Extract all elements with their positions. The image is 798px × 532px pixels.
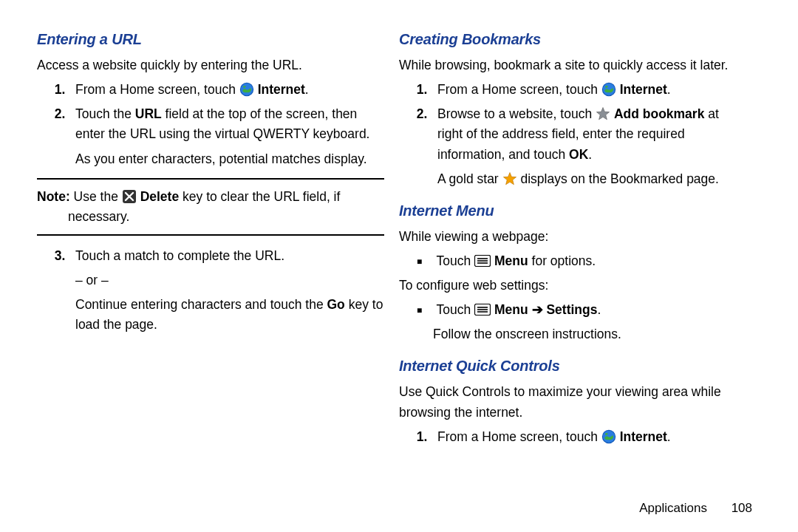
menu-label: Menu [494,302,528,317]
text: . [667,429,671,444]
menu-bullet-2: Touch Menu ➔ Settings. Follow the onscre… [433,300,746,344]
bookmark-step-1: From a Home screen, touch Internet. [434,80,746,100]
text: Use the [70,189,122,204]
bookmark-step2-sub: A gold star displays on the Bookmarked p… [437,169,746,189]
url-step-2: Touch the URL field at the top of the sc… [72,104,384,168]
heading-entering-url: Entering a URL [37,28,384,51]
quick-controls-steps: From a Home screen, touch Internet. [399,427,746,447]
star-gold-icon [502,171,517,186]
internet-label: Internet [620,429,667,444]
internet-label: Internet [258,82,305,97]
menu-bullets-1: Touch Menu for options. [399,251,746,271]
heading-quick-controls: Internet Quick Controls [399,355,746,378]
menu-icon [474,255,491,267]
internet-icon [239,82,254,97]
url-steps: From a Home screen, touch Internet. Touc… [37,80,384,169]
page-footer: Applications 108 [639,501,752,516]
arrow: ➔ [528,302,547,317]
text: Touch [437,253,475,268]
quick-controls-step-1: From a Home screen, touch Internet. [434,427,746,447]
left-column: Entering a URL Access a website quickly … [37,28,399,517]
text: . [305,82,309,97]
manual-page: Entering a URL Access a website quickly … [0,0,798,532]
text: From a Home screen, touch [75,82,239,97]
internet-label: Internet [620,82,667,97]
star-grey-icon [596,106,610,121]
step2-sub: As you enter characters, potential match… [75,149,384,169]
menu-bullet-2-sub: Follow the onscreen instructions. [433,324,746,344]
ok-label: OK [569,147,588,162]
bookmarks-intro: While browsing, bookmark a site to quick… [399,55,746,75]
menu-icon [474,304,491,316]
url-intro: Access a website quickly by entering the… [37,55,384,75]
go-label: Go [327,297,345,312]
text: Browse to a website, touch [437,106,596,121]
quick-controls-intro: Use Quick Controls to maximize your view… [399,382,746,422]
page-number: 108 [732,501,752,515]
url-label: URL [135,106,162,121]
text: . [588,147,592,162]
right-column: Creating Bookmarks While browsing, bookm… [399,28,761,517]
heading-internet-menu: Internet Menu [399,200,746,222]
text: displays on the Bookmarked page. [517,171,719,186]
or-divider: – or – [75,270,384,290]
bookmark-steps: From a Home screen, touch Internet. Brow… [399,80,746,189]
text: Touch [437,302,475,317]
text: Touch the [75,106,135,121]
url-step-3: Touch a match to complete the URL. – or … [72,246,384,335]
url-steps-cont: Touch a match to complete the URL. – or … [37,246,384,335]
footer-section: Applications [639,501,707,515]
menu-bullets-2: Touch Menu ➔ Settings. Follow the onscre… [399,300,746,344]
note-block: Note: Use the Delete key to clear the UR… [37,178,384,236]
bookmark-step-2: Browse to a website, touch Add bookmark … [434,104,746,189]
internet-icon [601,82,616,97]
text: From a Home screen, touch [437,429,601,444]
text: . [667,82,671,97]
step3-cont: Continue entering characters and touch t… [75,295,384,335]
text: Touch a match to complete the URL. [75,248,284,263]
url-step-1: From a Home screen, touch Internet. [72,80,384,100]
menu-label: Menu [494,253,528,268]
delete-icon [122,189,137,204]
delete-label: Delete [140,189,180,204]
internet-icon [601,429,616,444]
heading-creating-bookmarks: Creating Bookmarks [399,28,746,51]
text: Continue entering characters and touch t… [75,297,327,312]
settings-label: Settings [546,302,597,317]
menu-intro: While viewing a webpage: [399,227,746,247]
menu-bullet-1: Touch Menu for options. [433,251,746,271]
text: A gold star [437,171,502,186]
note-lead: Note: [37,189,70,204]
add-bookmark-label: Add bookmark [614,106,705,121]
text: From a Home screen, touch [437,82,601,97]
menu-config-intro: To configure web settings: [399,276,746,296]
text: . [597,302,601,317]
text: for options. [528,253,596,268]
